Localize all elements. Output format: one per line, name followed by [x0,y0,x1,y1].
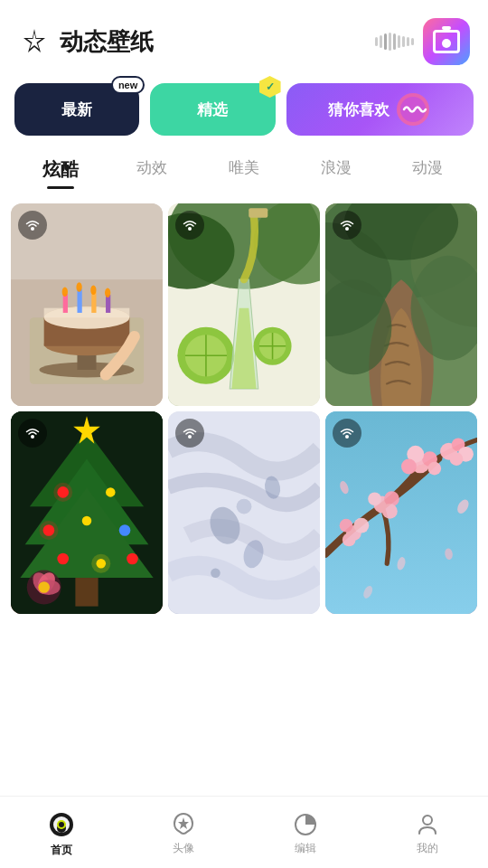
svg-point-50 [106,487,116,497]
svg-marker-105 [178,817,189,829]
new-badge: new [111,76,145,94]
avatar-icon [171,812,196,837]
wifi-badge-6 [333,419,361,448]
image-grid [0,198,488,619]
wifi-badge-3 [333,211,361,240]
svg-point-34 [188,227,192,231]
svg-point-93 [343,533,356,547]
edit-icon [293,812,318,837]
svg-point-54 [57,553,69,565]
svg-point-104 [59,822,64,827]
svg-point-88 [368,492,381,505]
grid-item-1[interactable] [11,203,163,406]
header-left: 动态壁纸 [18,25,154,58]
newest-label: 最新 [61,99,92,120]
shield-icon: ✓ [259,76,281,98]
svg-point-18 [90,285,96,295]
svg-point-89 [382,504,398,519]
svg-point-65 [38,581,50,593]
svg-point-60 [91,554,110,573]
svg-point-53 [119,524,131,536]
category-tabs: 最新 new 精选 ✓ 猜你喜欢 [0,74,488,145]
svg-rect-29 [249,208,267,218]
svg-point-19 [105,288,110,298]
svg-rect-11 [44,308,130,318]
sub-tab-cool[interactable]: 炫酷 [14,152,107,187]
tab-recommend[interactable]: 猜你喜欢 [286,83,474,136]
page-title: 动态壁纸 [60,26,154,58]
grid-item-5[interactable] [168,411,320,614]
svg-point-81 [401,459,417,475]
sub-tab-beautiful[interactable]: 唯美 [198,152,290,187]
svg-point-20 [31,227,34,231]
svg-point-16 [62,288,68,297]
tab-newest[interactable]: 最新 new [14,83,139,136]
svg-point-42 [345,227,349,231]
svg-point-56 [127,553,138,565]
tab-featured[interactable]: 精选 ✓ [150,83,275,136]
profile-icon [415,812,440,837]
wifi-badge-4 [18,419,47,448]
nav-label-avatar: 头像 [173,841,194,856]
nav-label-edit: 编辑 [295,841,316,856]
svg-point-58 [53,483,72,502]
home-icon [47,810,76,839]
svg-point-106 [423,816,432,825]
sub-tab-romance[interactable]: 浪漫 [290,152,382,187]
wave-icon [395,91,431,127]
svg-point-66 [31,435,34,439]
sub-tab-effect[interactable]: 动效 [107,152,199,187]
svg-point-92 [353,518,369,533]
svg-rect-13 [77,289,81,313]
wifi-badge-2 [175,211,204,240]
grid-item-6[interactable] [325,411,477,614]
svg-point-85 [450,452,464,466]
svg-point-99 [345,435,349,439]
nav-label-home: 首页 [51,843,72,858]
svg-point-17 [76,282,81,292]
nav-label-profile: 我的 [417,841,438,856]
svg-point-91 [340,519,353,533]
sub-tab-anime[interactable]: 动漫 [381,152,474,187]
svg-rect-48 [75,578,98,607]
header: 动态壁纸 [0,0,488,74]
header-right [375,18,470,65]
svg-point-74 [188,435,192,439]
nav-item-edit[interactable]: 编辑 [244,808,366,856]
camera-button[interactable] [423,18,470,65]
svg-rect-14 [91,292,96,313]
svg-rect-12 [63,294,68,313]
grid-item-4[interactable] [11,411,163,614]
wifi-badge-1 [18,211,47,240]
recommend-label: 猜你喜欢 [328,99,389,120]
grid-item-3[interactable] [325,203,477,406]
sub-tabs: 炫酷 动效 唯美 浪漫 动漫 [0,145,488,198]
slider-ticks [375,33,414,51]
featured-label: 精选 [197,99,228,120]
wifi-badge-5 [175,419,204,448]
nav-item-profile[interactable]: 我的 [366,808,488,856]
camera-lens-icon [442,39,451,48]
star-icon [18,25,51,58]
svg-point-59 [39,521,58,540]
nav-item-avatar[interactable]: 头像 [122,808,244,856]
svg-point-80 [427,462,441,476]
bottom-nav: 首页 头像 编辑 我的 [0,796,488,868]
svg-point-52 [82,516,92,526]
nav-item-home[interactable]: 首页 [0,807,122,858]
grid-item-2[interactable] [168,203,320,406]
